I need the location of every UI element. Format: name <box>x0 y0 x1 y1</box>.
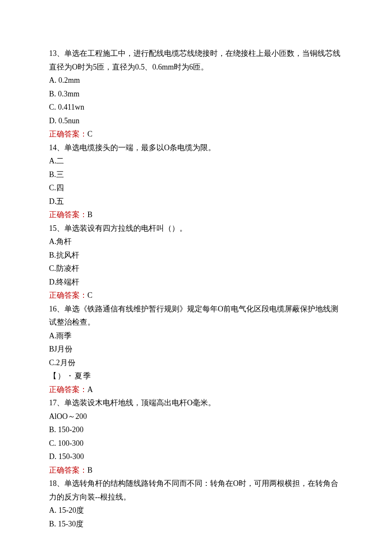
option-d: D.终端杆 <box>49 276 343 289</box>
option-b: B.三 <box>49 168 343 182</box>
question-stem: 15、单选装设有四方拉线的电杆叫（）。 <box>49 222 343 235</box>
answer-line: 正确答案：C <box>49 128 343 141</box>
option-d: D. 150-300 <box>49 450 343 464</box>
option-b: B. 15-30度 <box>49 517 343 531</box>
answer-value: B <box>87 210 92 219</box>
answer-line: 正确答案：B <box>49 208 343 222</box>
option-b: BJ月份 <box>49 343 343 356</box>
answer-line: 正确答案：B <box>49 464 343 477</box>
answer-value: A <box>87 385 93 394</box>
question-stem: 14、单选电缆接头的一端，最多以O条电缆为限。 <box>49 141 343 155</box>
question-17: 17、单选装设木电杆地线，顶端高出电杆O毫米。 AlOO～200 B. 150-… <box>49 396 343 477</box>
option-a: A.二 <box>49 154 343 168</box>
answer-label: 正确答案： <box>49 291 87 299</box>
option-d: 【）・夏季 <box>49 369 343 383</box>
question-14: 14、单选电缆接头的一端，最多以O条电缆为限。 A.二 B.三 C.四 D.五 … <box>49 141 343 222</box>
question-18: 18、单选转角杆的结构随线路转角不同而不同：转角在O时，可用两根横担，在转角合力… <box>49 477 343 531</box>
option-a: A.雨季 <box>49 329 343 343</box>
answer-label: 正确答案： <box>49 385 87 394</box>
option-b: B. 0.3mm <box>49 87 343 101</box>
option-a: A. 15-20度 <box>49 504 343 517</box>
answer-line: 正确答案：A <box>49 383 343 397</box>
option-c: C.防凌杆 <box>49 262 343 276</box>
answer-label: 正确答案： <box>49 130 87 138</box>
question-stem: 16、单选《铁路通信有线维护暂行规则》规定每年O前电气化区段电缆屏蔽保护地线测试… <box>49 302 343 329</box>
answer-label: 正确答案： <box>49 210 87 219</box>
question-stem: 17、单选装设木电杆地线，顶端高出电杆O毫米。 <box>49 396 343 410</box>
question-16: 16、单选《铁路通信有线维护暂行规则》规定每年O前电气化区段电缆屏蔽保护地线测试… <box>49 302 343 397</box>
option-c: C. 0.411wn <box>49 101 343 114</box>
answer-value: B <box>87 466 92 474</box>
option-c: C.2月份 <box>49 356 343 370</box>
answer-value: C <box>87 130 92 138</box>
answer-value: C <box>87 291 92 299</box>
option-b: B. 150-200 <box>49 423 343 437</box>
question-stem: 13、单选在工程施工中，进行配线电缆芯线绕接时，在绕接柱上最小匝数，当铜线芯线直… <box>49 47 343 74</box>
document-page: 13、单选在工程施工中，进行配线电缆芯线绕接时，在绕接柱上最小匝数，当铜线芯线直… <box>0 0 392 548</box>
option-c: C. 100-300 <box>49 437 343 450</box>
option-b: B.抗风杆 <box>49 249 343 262</box>
option-a: AlOO～200 <box>49 410 343 424</box>
option-a: A. 0.2mm <box>49 74 343 87</box>
question-13: 13、单选在工程施工中，进行配线电缆芯线绕接时，在绕接柱上最小匝数，当铜线芯线直… <box>49 47 343 141</box>
answer-label: 正确答案： <box>49 466 87 474</box>
option-a: A.角杆 <box>49 235 343 249</box>
option-d: D. 0.5nun <box>49 114 343 128</box>
option-d: D.五 <box>49 195 343 209</box>
question-15: 15、单选装设有四方拉线的电杆叫（）。 A.角杆 B.抗风杆 C.防凌杆 D.终… <box>49 222 343 302</box>
question-stem: 18、单选转角杆的结构随线路转角不同而不同：转角在O时，可用两根横担，在转角合力… <box>49 477 343 504</box>
answer-line: 正确答案：C <box>49 289 343 302</box>
option-c: C.四 <box>49 181 343 195</box>
